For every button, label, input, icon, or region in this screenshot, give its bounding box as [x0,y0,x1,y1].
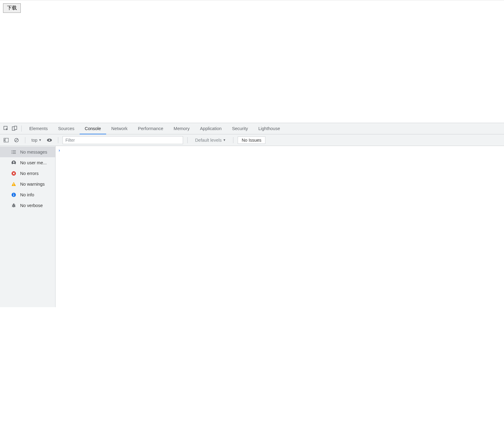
sidebar-item-label: No info [20,192,34,197]
sidebar-item-info[interactable]: No info [0,189,55,200]
tab-memory[interactable]: Memory [168,123,195,134]
divider [187,137,188,143]
sidebar-item-label: No errors [20,171,38,176]
devtools-panel: Elements Sources Console Network Perform… [0,123,504,307]
devtools-tabs: Elements Sources Console Network Perform… [24,123,285,134]
bug-icon [11,203,16,208]
svg-point-16 [13,161,15,163]
sidebar-item-warnings[interactable]: No warnings [0,179,55,189]
svg-point-13 [12,153,12,154]
live-expression-icon[interactable] [45,136,54,144]
download-button[interactable]: 下载 [3,3,21,13]
sidebar-item-label: No warnings [20,182,45,187]
tab-sources[interactable]: Sources [53,123,79,134]
sidebar-item-label: No messages [20,150,47,155]
svg-line-30 [15,206,16,207]
context-label: top [31,138,37,143]
issues-button[interactable]: No Issues [238,136,265,144]
sidebar-item-errors[interactable]: No errors [0,168,55,179]
inspect-element-icon[interactable] [2,124,10,133]
console-sidebar: No messages No user me... No errors No w… [0,146,56,307]
levels-label: Default levels [195,138,221,143]
console-prompt-icon: › [59,148,60,153]
list-icon [11,149,16,155]
svg-rect-3 [4,138,9,142]
divider [21,126,22,132]
filter-input[interactable] [63,136,183,144]
svg-line-27 [12,205,13,206]
log-levels-selector[interactable]: Default levels ▼ [192,138,229,143]
warning-icon [11,181,16,187]
svg-rect-21 [13,185,14,186]
tab-security[interactable]: Security [227,123,253,134]
tab-lighthouse[interactable]: Lighthouse [253,123,285,134]
sidebar-item-verbose[interactable]: No verbose [0,200,55,211]
sidebar-item-user-messages[interactable]: No user me... [0,157,55,168]
divider [233,137,233,143]
tab-application[interactable]: Application [195,123,227,134]
svg-point-8 [49,139,50,141]
chevron-down-icon: ▼ [223,138,226,142]
error-icon [11,171,16,176]
divider [25,137,25,143]
svg-line-29 [12,206,13,207]
clear-console-icon[interactable] [12,136,21,144]
svg-rect-24 [13,194,14,196]
sidebar-item-label: No user me... [20,160,47,165]
sidebar-item-messages[interactable]: No messages [0,147,55,157]
console-output[interactable]: › [56,146,504,307]
tab-console[interactable]: Console [80,123,106,134]
user-icon [11,160,16,166]
device-toolbar-icon[interactable] [10,124,19,133]
divider [58,137,58,143]
toggle-sidebar-icon[interactable] [2,136,10,144]
tab-network[interactable]: Network [106,123,133,134]
svg-rect-20 [13,183,14,185]
svg-rect-23 [13,193,14,194]
devtools-tabbar: Elements Sources Console Network Perform… [0,123,504,134]
tab-performance[interactable]: Performance [133,123,168,134]
svg-point-9 [12,150,12,151]
sidebar-item-label: No verbose [20,203,43,208]
console-toolbar: top ▼ Default levels ▼ No Issues [0,134,504,146]
console-body: No messages No user me... No errors No w… [0,146,504,307]
chevron-down-icon: ▼ [38,138,41,142]
svg-line-28 [15,205,16,206]
svg-point-11 [12,152,12,152]
page-content: 下载 [0,0,504,123]
tab-elements[interactable]: Elements [24,123,53,134]
svg-line-6 [15,139,18,141]
context-selector[interactable]: top ▼ [30,138,43,143]
info-icon [11,192,16,198]
svg-rect-2 [14,126,17,129]
